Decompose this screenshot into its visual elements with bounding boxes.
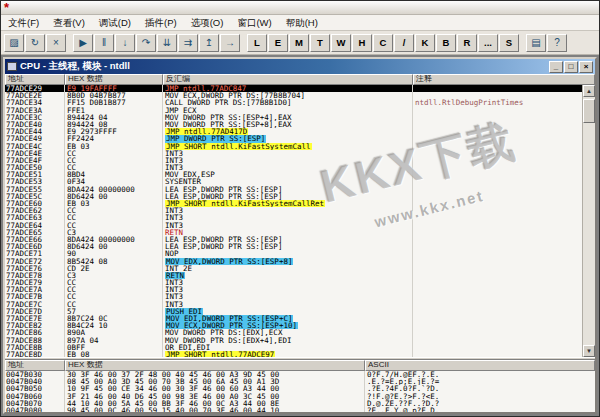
disasm-row[interactable]: 77ADCE2E8B0D 04B7B877MOV ECX,DWORD PTR D… xyxy=(5,92,582,99)
disasm-column-header-0[interactable]: 地址 xyxy=(5,74,65,85)
disasm-row[interactable]: 77ADCE7BCCINT3 xyxy=(5,293,582,300)
window-callstack-button[interactable]: K xyxy=(415,34,435,52)
hex-cell: EB 08 xyxy=(65,351,163,357)
dump-column-header-0[interactable]: 地址 xyxy=(5,360,65,371)
disasm-row[interactable]: 77ADCE8B0BFFOR EDI,EDI xyxy=(5,344,582,351)
asm-text: INT 2E xyxy=(165,265,192,272)
help-button[interactable]: ? xyxy=(547,34,567,52)
cpu-minimize-button[interactable]: _ xyxy=(549,61,563,73)
hex-cell: 0BFF xyxy=(65,344,163,351)
disasm-row[interactable]: 77ADCE65C3RETN xyxy=(5,229,582,236)
asm-cell: MOV EDI,DWORD PTR SS:[ESP+C] xyxy=(163,315,413,322)
menu-item-help[interactable]: 帮助(H) xyxy=(279,15,325,31)
window-executables-button[interactable]: E xyxy=(268,34,288,52)
window-cpu-button[interactable]: C xyxy=(373,34,393,52)
dump-row[interactable]: 0047B05010 9F 45 00 CE 34 46 00 30 3F 46… xyxy=(5,385,595,392)
disasm-row[interactable]: 77ADCE530F34SYSENTER xyxy=(5,178,582,185)
close-process-button[interactable]: × xyxy=(46,34,66,52)
pause-button[interactable]: ‖ xyxy=(94,34,114,52)
disasm-row[interactable]: 77ADCE7190NOP xyxy=(5,250,582,257)
animate-over-button[interactable]: ⇉ xyxy=(178,34,198,52)
dump-row[interactable]: 0047B04008 45 00 A0 3D 45 00 70 3B 45 00… xyxy=(5,378,595,385)
titlebar[interactable]: * xyxy=(1,1,599,15)
disasm-row[interactable]: 77ADCE78C3RETN xyxy=(5,272,582,279)
goto-button[interactable]: → xyxy=(220,34,240,52)
disasm-row[interactable]: 77ADCE4FCCINT3 xyxy=(5,157,582,164)
scroll-thumb[interactable] xyxy=(583,99,595,123)
dump-column-header-2[interactable]: ASCII xyxy=(365,360,595,371)
window-breakpoints-button[interactable]: B xyxy=(436,34,456,52)
menu-item-plugins[interactable]: 插件(P) xyxy=(138,15,184,31)
window-references-button[interactable]: R xyxy=(457,34,477,52)
cpu-titlebar[interactable]: CPU - 主线程, 模块 - ntdll _□× xyxy=(5,59,595,74)
disasm-column-header-3[interactable]: 注释 xyxy=(413,74,595,85)
menu-item-options[interactable]: 选项(O) xyxy=(184,15,231,31)
menu-item-file[interactable]: 文件(F) xyxy=(1,15,46,31)
disasm-row[interactable]: 77ADCE86890AMOV DWORD PTR DS:[EDX],ECX xyxy=(5,329,582,336)
disasm-row[interactable]: 77ADCE49FF2424JMP DWORD PTR SS:[ESP] xyxy=(5,135,582,142)
disasm-row[interactable]: 77ADCE3AFFE1JMP ECX xyxy=(5,107,582,114)
dump-row[interactable]: 0047B03030 3F 46 00 37 2F 48 00 40 45 46… xyxy=(5,371,595,378)
disasm-column-header-2[interactable]: 反汇编 xyxy=(163,74,413,85)
disasm-row[interactable]: 77ADCE62CCINT3 xyxy=(5,207,582,214)
disasm-row[interactable]: 77ADCE558DA424 00000000LEA ESP,DWORD PTR… xyxy=(5,186,582,193)
cpu-close-button[interactable]: × xyxy=(579,61,593,73)
animate-into-button[interactable]: ⇊ xyxy=(157,34,177,52)
disasm-row[interactable]: 77ADCE3C894424 04MOV DWORD PTR SS:[ESP+4… xyxy=(5,114,582,121)
disasm-row[interactable]: 77ADCE6D8D6424 00LEA ESP,DWORD PTR SS:[E… xyxy=(5,243,582,250)
disasm-row[interactable]: 77ADCE8DEB 08JMP SHORT ntdll.77ADCE97 xyxy=(5,351,582,357)
restart-button[interactable]: ↻ xyxy=(25,34,45,52)
disasm-row[interactable]: 77ADCE7D57PUSH EDI xyxy=(5,308,582,315)
window-windows-button[interactable]: W xyxy=(331,34,351,52)
dump-row[interactable]: 0047B08098 45 00 0C 46 00 59 15 40 00 70… xyxy=(5,407,595,412)
disasm-row[interactable]: 77ADCE63CCINT3 xyxy=(5,214,582,221)
window-runtrace-button[interactable]: ... xyxy=(478,34,498,52)
disasm-row[interactable]: 77ADCE828B4C24 10MOV ECX,DWORD PTR SS:[E… xyxy=(5,322,582,329)
scroll-up-icon[interactable]: ▲ xyxy=(583,85,595,97)
disasm-row[interactable]: 77ADCE34FF15 D0B1B877CALL DWORD PTR DS:[… xyxy=(5,99,582,106)
disasm-row[interactable]: 77ADCE7ACCINT3 xyxy=(5,286,582,293)
run-button[interactable]: ▶ xyxy=(73,34,93,52)
disasm-row[interactable]: 77ADCE4CEB 03JMP SHORT ntdll.KiFastSyste… xyxy=(5,143,582,150)
disasm-row[interactable]: 77ADCE76CD 2EINT 2E xyxy=(5,265,582,272)
dump-row[interactable]: 0047B0603F 21 46 00 40 D6 45 00 98 3E 46… xyxy=(5,393,595,400)
until-return-button[interactable]: ↥ xyxy=(199,34,219,52)
disasm-row[interactable]: 77ADCE728B5424 08MOV EDX,DWORD PTR SS:[E… xyxy=(5,258,582,265)
disasm-scrollbar[interactable]: ▲ ▼ xyxy=(582,85,595,357)
hex-cell: CC xyxy=(65,207,163,214)
disasm-column-header-1[interactable]: HEX 数据 xyxy=(65,74,163,85)
address-cell: 77ADCE49 xyxy=(5,135,65,142)
disasm-row[interactable]: 77ADCE4ECCINT3 xyxy=(5,150,582,157)
scroll-down-icon[interactable]: ▼ xyxy=(583,345,595,357)
options-button[interactable]: ▤ xyxy=(526,34,546,52)
disasm-row[interactable]: 77ADCE88897A 04MOV DWORD PTR DS:[EDX+4],… xyxy=(5,337,582,344)
menu-item-debug[interactable]: 调试(D) xyxy=(92,15,138,31)
window-threads-button[interactable]: T xyxy=(310,34,330,52)
disasm-row[interactable]: 77ADCE29E9 19FAFFFFJMP ntdll.77ADC847 xyxy=(5,85,582,92)
disasm-row[interactable]: 77ADCE64CCINT3 xyxy=(5,222,582,229)
menu-item-view[interactable]: 查看(V) xyxy=(46,15,92,31)
disasm-row[interactable]: 77ADCE7CCCINT3 xyxy=(5,301,582,308)
disasm-row[interactable]: 77ADCE40894424 08MOV DWORD PTR SS:[ESP+8… xyxy=(5,121,582,128)
dump-column-header-1[interactable]: HEX 数据 xyxy=(65,360,365,371)
step-over-button[interactable]: ↷ xyxy=(136,34,156,52)
cpu-maximize-button[interactable]: □ xyxy=(564,61,578,73)
window-handles-button[interactable]: H xyxy=(352,34,372,52)
disasm-row[interactable]: 77ADCE50CCINT3 xyxy=(5,164,582,171)
disasm-row[interactable]: 77ADCE5C8D6424 00LEA ESP,DWORD PTR SS:[E… xyxy=(5,193,582,200)
disasm-row[interactable]: 77ADCE79CCINT3 xyxy=(5,279,582,286)
step-into-button[interactable]: ↓ xyxy=(115,34,135,52)
disasm-row[interactable]: 77ADCE7E8B7C24 0CMOV EDI,DWORD PTR SS:[E… xyxy=(5,315,582,322)
menu-item-window[interactable]: 窗口(W) xyxy=(230,15,278,31)
disasm-row[interactable]: 77ADCE60EB 03JMP SHORT ntdll.KiFastSyste… xyxy=(5,200,582,207)
open-button[interactable]: ▨ xyxy=(4,34,24,52)
window-memory-button[interactable]: M xyxy=(289,34,309,52)
window-patches-button[interactable]: / xyxy=(394,34,414,52)
dump-row[interactable]: 0047B07044 10 40 00 5A 45 00 BB 3F 46 00… xyxy=(5,400,595,407)
disasm-row[interactable]: 77ADCE668DA424 00000000LEA ESP,DWORD PTR… xyxy=(5,236,582,243)
mdi-area: CPU - 主线程, 模块 - ntdll _□× 地址HEX 数据反汇编注释 … xyxy=(1,55,599,416)
window-log-button[interactable]: L xyxy=(247,34,267,52)
disasm-row[interactable]: 77ADCE518BD4MOV EDX,ESP xyxy=(5,171,582,178)
window-source-button[interactable]: S xyxy=(499,34,519,52)
disasm-row[interactable]: 77ADCE44E9 2973FFFFJMP ntdll.77AD417D xyxy=(5,128,582,135)
